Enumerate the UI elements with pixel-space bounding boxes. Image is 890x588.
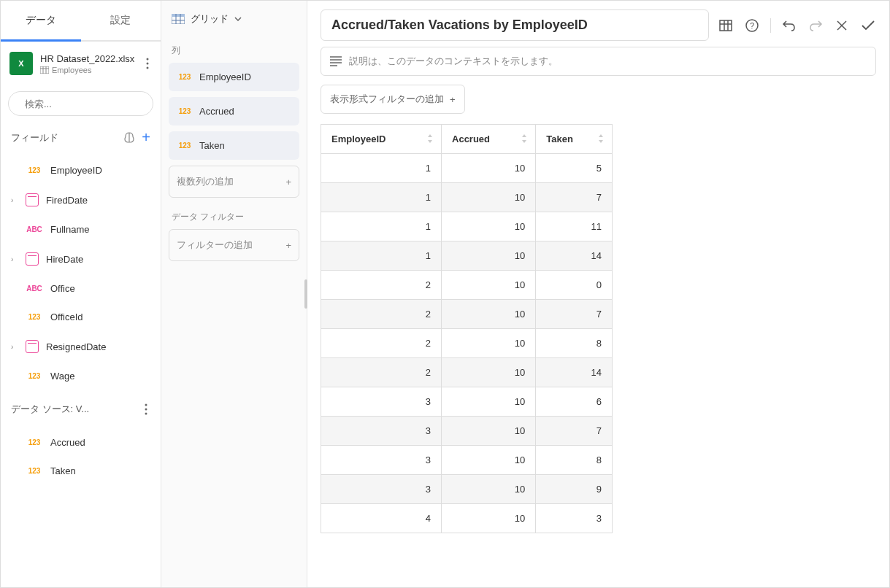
field-item-accrued[interactable]: › 123 Accrued <box>1 428 161 457</box>
plus-icon: + <box>285 177 291 187</box>
datasource-header: X HR Dataset_2022.xlsx Employees <box>1 42 161 85</box>
main-content: Accrued/Taken Vacations by EmployeeID ? … <box>307 1 889 587</box>
sidebar: データ 設定 X HR Dataset_2022.xlsx Employees <box>1 1 161 587</box>
column-chip-employeeid[interactable]: 123 EmployeeID <box>169 63 299 91</box>
table-row[interactable]: 21014 <box>321 358 613 387</box>
field-item-fullname[interactable]: › ABC Fullname <box>1 215 161 244</box>
svg-point-11 <box>145 404 147 406</box>
table-row[interactable]: 2108 <box>321 329 613 358</box>
config-panel: グリッド 列 123 EmployeeID 123 Accrued 123 Ta… <box>161 1 307 587</box>
field-item-fireddate[interactable]: › FiredDate <box>1 185 161 215</box>
chevron-down-icon <box>234 17 242 21</box>
excel-icon: X <box>9 52 33 75</box>
description-input[interactable]: 説明は、このデータのコンテキストを示します。 <box>321 47 876 76</box>
redo-icon[interactable] <box>807 18 824 34</box>
close-icon[interactable] <box>834 18 850 34</box>
table-row[interactable]: 2100 <box>321 271 613 300</box>
table-row[interactable]: 1105 <box>321 154 613 183</box>
data-table: EmployeeIDAccruedTaken 11051107110111101… <box>321 124 613 533</box>
add-columns-button[interactable]: 複数列の追加 + <box>169 166 299 198</box>
add-viz-filter-button[interactable]: 表示形式フィルターの追加 + <box>321 85 465 114</box>
chevron-right-icon: › <box>11 196 18 204</box>
datasource-filename: HR Dataset_2022.xlsx <box>40 53 136 64</box>
svg-text:X: X <box>18 59 24 68</box>
columns-section-label: 列 <box>169 37 299 63</box>
column-chip-taken[interactable]: 123 Taken <box>169 131 299 160</box>
fields-section-header: フィールド + <box>1 122 161 153</box>
field-item-employeeid[interactable]: › 123 EmployeeID <box>1 156 161 185</box>
svg-point-13 <box>145 413 147 415</box>
svg-point-7 <box>147 63 149 65</box>
table-row[interactable]: 3109 <box>321 475 613 504</box>
datasource-more-icon[interactable] <box>143 55 152 72</box>
svg-rect-15 <box>172 14 185 17</box>
tab-settings[interactable]: 設定 <box>81 1 161 40</box>
undo-icon[interactable] <box>781 18 797 34</box>
table-row[interactable]: 3106 <box>321 387 613 417</box>
sort-icon[interactable] <box>426 134 434 144</box>
field-item-officeid[interactable]: › 123 OfficeId <box>1 303 161 331</box>
datasource-section-header: データ ソース: V... <box>1 393 161 425</box>
chevron-right-icon: › <box>11 343 18 351</box>
search-box[interactable] <box>8 91 153 116</box>
field-item-hiredate[interactable]: › HireDate <box>1 244 161 274</box>
table-row[interactable]: 1107 <box>321 183 613 212</box>
ds-fields-list: › 123 Accrued › 123 Taken <box>1 425 161 488</box>
datasource-section-more-icon[interactable] <box>142 401 150 418</box>
tabs: データ 設定 <box>1 1 161 42</box>
svg-rect-2 <box>40 66 49 74</box>
add-filter-button[interactable]: フィルターの追加 + <box>169 229 299 261</box>
field-item-wage[interactable]: › 123 Wage <box>1 362 161 390</box>
field-item-taken[interactable]: › 123 Taken <box>1 457 161 485</box>
svg-point-12 <box>145 409 147 411</box>
table-row[interactable]: 3108 <box>321 446 613 475</box>
table-row[interactable]: 3107 <box>321 417 613 446</box>
viz-type-selector[interactable]: グリッド <box>169 1 299 37</box>
add-field-icon[interactable]: + <box>142 129 150 146</box>
svg-text:?: ? <box>750 21 754 30</box>
svg-point-6 <box>147 58 149 61</box>
description-icon <box>330 56 342 66</box>
column-header-taken[interactable]: Taken <box>536 125 613 154</box>
sort-icon[interactable] <box>521 134 528 144</box>
grid-icon <box>172 14 185 24</box>
brain-icon[interactable] <box>123 131 136 144</box>
column-header-employeeid[interactable]: EmployeeID <box>321 125 442 154</box>
table-view-icon[interactable] <box>718 18 734 34</box>
table-icon <box>40 66 49 74</box>
column-chip-accrued[interactable]: 123 Accrued <box>169 97 299 125</box>
datasource-table: Employees <box>52 66 91 74</box>
help-icon[interactable]: ? <box>744 18 760 34</box>
table-row[interactable]: 11014 <box>321 241 613 271</box>
field-item-resigneddate[interactable]: › ResignedDate <box>1 331 161 362</box>
search-input[interactable] <box>25 98 147 109</box>
tab-data[interactable]: データ <box>1 1 81 40</box>
svg-point-8 <box>147 67 149 69</box>
fields-list: › 123 EmployeeID › FiredDate › ABC Fulln… <box>1 153 161 393</box>
data-filter-section-label: データ フィルター <box>169 204 299 229</box>
svg-rect-19 <box>720 20 732 31</box>
column-header-accrued[interactable]: Accrued <box>442 125 536 154</box>
table-row[interactable]: 11011 <box>321 212 613 241</box>
plus-icon: + <box>450 94 456 105</box>
field-item-office[interactable]: › ABC Office <box>1 274 161 303</box>
chevron-right-icon: › <box>11 255 18 263</box>
table-row[interactable]: 4103 <box>321 504 613 533</box>
visualization-title[interactable]: Accrued/Taken Vacations by EmployeeID <box>321 9 709 41</box>
sort-icon[interactable] <box>597 134 605 144</box>
confirm-icon[interactable] <box>860 18 876 34</box>
plus-icon: + <box>285 240 291 251</box>
table-row[interactable]: 2107 <box>321 300 613 329</box>
